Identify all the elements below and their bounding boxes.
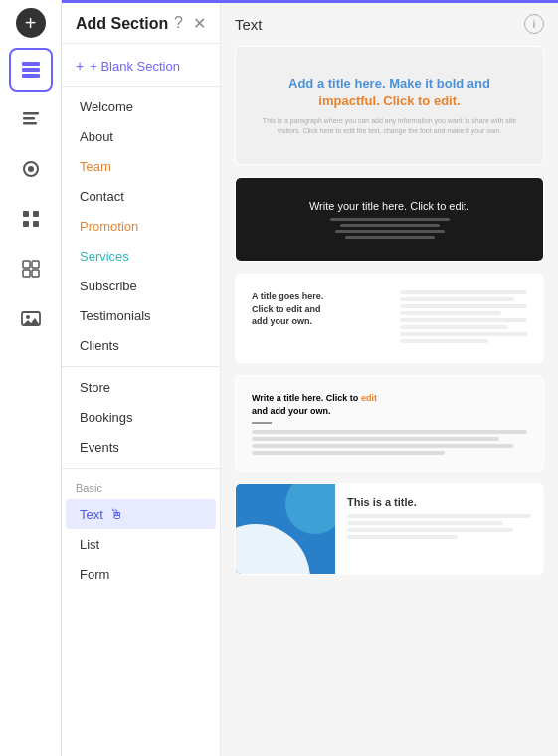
nav-item-list[interactable]: List bbox=[66, 530, 216, 559]
svg-rect-10 bbox=[23, 221, 29, 227]
card-5-image bbox=[236, 484, 335, 574]
svg-rect-3 bbox=[23, 112, 39, 115]
card-1-content: Add a title here. Make it bold and impac… bbox=[236, 47, 543, 164]
svg-rect-13 bbox=[32, 261, 39, 268]
divider-3 bbox=[62, 468, 220, 469]
info-icon[interactable]: i bbox=[524, 14, 544, 34]
toolbar-item-widgets[interactable] bbox=[9, 247, 53, 290]
template-card-1[interactable]: Add a title here. Make it bold and impac… bbox=[235, 46, 544, 165]
help-icon[interactable]: ? bbox=[174, 14, 183, 33]
svg-rect-15 bbox=[32, 270, 39, 277]
apps-icon bbox=[20, 208, 42, 230]
toolbar-item-apps[interactable] bbox=[9, 197, 53, 241]
panel-header-icons: ? ✕ bbox=[174, 14, 206, 33]
main-content-title: Text bbox=[235, 16, 263, 33]
card-2-lines bbox=[256, 218, 523, 239]
plus-icon: + bbox=[25, 12, 37, 35]
nav-item-subscribe[interactable]: Subscribe bbox=[66, 272, 216, 300]
close-icon[interactable]: ✕ bbox=[193, 14, 206, 33]
add-button[interactable]: + bbox=[16, 8, 46, 38]
divider-2 bbox=[62, 366, 220, 367]
nav-item-form[interactable]: Form bbox=[66, 560, 216, 589]
svg-rect-14 bbox=[23, 270, 30, 277]
nav-item-about[interactable]: About bbox=[66, 122, 216, 151]
card-4-title: Write a title here. Click to editand add… bbox=[252, 392, 527, 419]
svg-rect-0 bbox=[22, 62, 40, 66]
media-icon bbox=[20, 307, 42, 329]
card-3-left: A title goes here.Click to edit andadd y… bbox=[252, 290, 390, 346]
nav-item-text[interactable]: Text 🖱 bbox=[66, 499, 216, 529]
svg-rect-1 bbox=[22, 68, 40, 72]
nav-item-promotion[interactable]: Promotion bbox=[66, 212, 216, 241]
svg-point-7 bbox=[28, 166, 34, 172]
card-4-lines bbox=[252, 430, 527, 455]
svg-rect-8 bbox=[23, 211, 29, 217]
template-card-2[interactable]: Write your title here. Click to edit. bbox=[235, 177, 544, 262]
nav-item-bookings[interactable]: Bookings bbox=[66, 403, 216, 432]
toolbar-item-text[interactable] bbox=[9, 97, 53, 141]
card-3-content: A title goes here.Click to edit andadd y… bbox=[236, 275, 543, 362]
panel-header: Add Section ? ✕ bbox=[62, 0, 220, 44]
card-2-content: Write your title here. Click to edit. bbox=[236, 178, 543, 261]
svg-point-17 bbox=[26, 315, 30, 319]
nav-item-services[interactable]: Services bbox=[66, 242, 216, 271]
card-3-right bbox=[390, 290, 528, 346]
panel-body: + + Blank Section Welcome About Team Con… bbox=[62, 44, 220, 756]
svg-rect-12 bbox=[23, 261, 30, 268]
basic-section-label: Basic bbox=[62, 474, 220, 498]
svg-rect-4 bbox=[23, 117, 35, 120]
add-section-panel: Add Section ? ✕ + + Blank Section Welcom… bbox=[62, 0, 221, 756]
plus-small-icon: + bbox=[76, 58, 84, 74]
left-toolbar: + bbox=[0, 0, 62, 756]
main-content: Text i Add a title here. Make it bold an… bbox=[221, 0, 558, 756]
text-icon bbox=[20, 108, 42, 130]
toolbar-item-design[interactable] bbox=[9, 147, 53, 191]
main-header: Text i bbox=[235, 14, 544, 34]
card-2-title: Write your title here. Click to edit. bbox=[256, 200, 523, 212]
card-5-text-content: This is a title. bbox=[335, 484, 543, 574]
card-4-dash bbox=[252, 422, 272, 424]
nav-item-team[interactable]: Team bbox=[66, 152, 216, 181]
card-5-lines bbox=[347, 514, 531, 539]
blank-section-label: + Blank Section bbox=[90, 59, 180, 74]
nav-item-clients[interactable]: Clients bbox=[66, 331, 216, 360]
svg-rect-9 bbox=[33, 211, 39, 217]
sections-icon bbox=[20, 59, 42, 81]
panel-title: Add Section bbox=[76, 15, 168, 33]
card-5-content: This is a title. bbox=[236, 484, 543, 574]
nav-item-welcome[interactable]: Welcome bbox=[66, 93, 216, 121]
toolbar-item-media[interactable] bbox=[9, 296, 53, 340]
nav-item-events[interactable]: Events bbox=[66, 433, 216, 462]
divider-1 bbox=[62, 86, 220, 87]
template-card-3[interactable]: A title goes here.Click to edit andadd y… bbox=[235, 274, 544, 363]
blank-section-button[interactable]: + + Blank Section bbox=[62, 52, 220, 80]
svg-rect-11 bbox=[33, 221, 39, 227]
card-4-content: Write a title here. Click to editand add… bbox=[236, 376, 543, 471]
nav-item-testimonials[interactable]: Testimonials bbox=[66, 301, 216, 330]
card-1-subtitle: This is a paragraph where you can add an… bbox=[256, 116, 523, 136]
svg-rect-5 bbox=[23, 122, 37, 125]
top-accent-bar bbox=[62, 0, 558, 3]
card-5-title: This is a title. bbox=[347, 496, 531, 508]
nav-item-store[interactable]: Store bbox=[66, 373, 216, 402]
template-card-4[interactable]: Write a title here. Click to editand add… bbox=[235, 375, 544, 472]
card-1-title: Add a title here. Make it bold and impac… bbox=[256, 75, 523, 110]
toolbar-item-sections[interactable] bbox=[9, 48, 53, 92]
nav-item-contact[interactable]: Contact bbox=[66, 182, 216, 211]
template-card-5[interactable]: This is a title. bbox=[235, 483, 544, 575]
widgets-icon bbox=[20, 258, 42, 280]
cursor-pointer-icon: 🖱 bbox=[109, 506, 123, 522]
svg-rect-2 bbox=[22, 74, 40, 78]
design-icon bbox=[20, 158, 42, 180]
